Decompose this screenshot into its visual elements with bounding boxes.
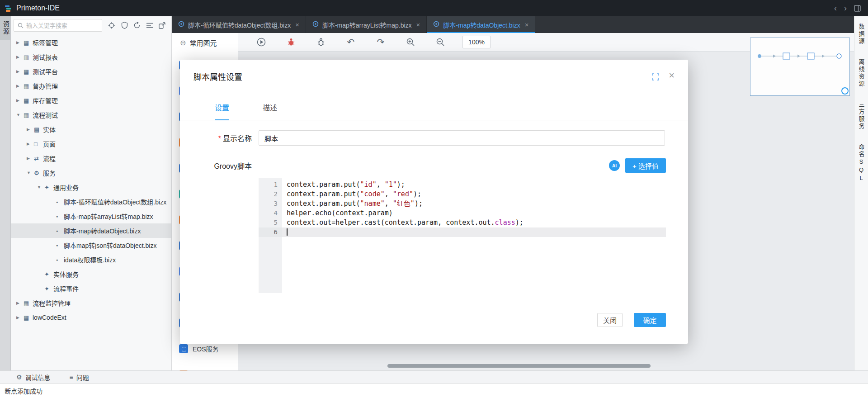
flow-icon: ⇄ <box>34 155 43 162</box>
tree-row[interactable]: ▶▦lowCodeExt <box>11 310 171 325</box>
caret-right-icon[interactable]: ▶ <box>27 156 34 161</box>
code-line[interactable]: context.param.put("name", "红色"); <box>282 199 666 208</box>
code-line[interactable]: context.out=helper.cast(context.param, c… <box>282 218 666 227</box>
forward-icon[interactable]: › <box>844 4 847 12</box>
tree-row[interactable]: ▼▦流程测试 <box>11 108 171 122</box>
undo-icon[interactable]: ↶ <box>346 37 356 47</box>
right-rail-tab[interactable]: 命名SQL <box>857 144 866 183</box>
code-line[interactable]: context.param.put("code", "red"); <box>282 190 666 199</box>
debug-breakpoint-icon[interactable] <box>286 37 296 47</box>
caret-right-icon[interactable]: ▶ <box>16 40 24 45</box>
caret-down-icon[interactable]: ▼ <box>16 113 24 117</box>
code-lines[interactable]: context.param.put("id", "1");context.par… <box>282 178 666 293</box>
tree-row[interactable]: ▶▦督办管理 <box>11 79 171 93</box>
module-icon: ▦ <box>24 83 33 90</box>
tree-row[interactable]: ▶▦标签管理 <box>11 35 171 50</box>
editor-tab[interactable]: 脚本-map转arrayList转map.bizx× <box>306 16 427 33</box>
minimap[interactable] <box>750 38 850 96</box>
caret-right-icon[interactable]: ▶ <box>27 127 34 132</box>
locate-icon[interactable] <box>107 21 116 30</box>
tree-row[interactable]: ▼✦通用业务 <box>11 180 171 194</box>
caret-right-icon[interactable]: ▶ <box>16 315 24 320</box>
bug-icon[interactable] <box>316 37 326 47</box>
back-icon[interactable]: ‹ <box>834 4 837 12</box>
display-name-label: *显示名称 <box>180 133 252 143</box>
tree-row[interactable]: ●脚本-map转dataObject.bizx <box>11 223 171 238</box>
app-logo-icon <box>5 4 13 12</box>
run-debug-icon[interactable] <box>256 37 266 47</box>
tree-row[interactable]: ●idata权限模板.bizx <box>11 252 171 267</box>
caret-right-icon[interactable]: ▶ <box>16 55 24 59</box>
right-rail-tab[interactable]: 离线资源 <box>857 59 866 88</box>
refresh-icon[interactable] <box>132 21 142 30</box>
close-button[interactable]: 关闭 <box>597 313 623 327</box>
ai-assist-icon[interactable]: AI <box>609 160 620 171</box>
right-rail-tab[interactable]: 三方服务 <box>857 101 866 130</box>
close-icon[interactable]: × <box>669 71 675 81</box>
list-settings-icon[interactable] <box>145 21 154 30</box>
tab-settings[interactable]: 设置 <box>215 103 229 120</box>
close-tab-icon[interactable]: × <box>295 21 299 28</box>
tree-row[interactable]: ▼⚙服务 <box>11 166 171 180</box>
export-icon[interactable] <box>158 21 167 30</box>
caret-right-icon[interactable]: ▶ <box>27 142 34 146</box>
tree-row[interactable]: ▶⇄流程 <box>11 151 171 166</box>
tree-item-label: 实体服务 <box>53 270 79 279</box>
caret-right-icon[interactable]: ▶ <box>16 98 24 103</box>
tree-row[interactable]: ●脚本map转json转dataObject.bizx <box>11 238 171 252</box>
confirm-button[interactable]: 确定 <box>634 313 666 327</box>
palette-item-icon <box>179 344 188 353</box>
search-input[interactable] <box>26 22 98 29</box>
tree-row[interactable]: ●脚本-循环赋值转dataObject数组.bizx <box>11 194 171 209</box>
search-box[interactable] <box>14 19 102 32</box>
tree-row[interactable]: ▶▦测试平台 <box>11 64 171 79</box>
zoom-level-select[interactable]: 100% <box>462 36 491 48</box>
caret-right-icon[interactable]: ▶ <box>16 69 24 74</box>
layout-toggle-icon[interactable] <box>854 5 861 12</box>
close-tab-icon[interactable]: × <box>525 21 529 28</box>
statusbar: 断点添加成功 <box>0 383 868 398</box>
problems-tab[interactable]: ≡ 问题 <box>70 373 89 382</box>
palette-item[interactable] <box>172 361 238 370</box>
horizontal-scrollbar[interactable] <box>387 364 651 368</box>
resources-rail-tab[interactable]: 资源 <box>0 16 10 40</box>
editor-tab[interactable]: 脚本-map转dataObject.bizx× <box>427 16 535 33</box>
display-name-input[interactable] <box>259 130 665 146</box>
groovy-row: Groovy脚本 AI + 选择值 <box>180 158 688 173</box>
right-rail-tab[interactable]: 数据源 <box>857 24 866 45</box>
tree-row[interactable]: ▶▥测试报表 <box>11 50 171 64</box>
groovy-code-editor[interactable]: 123456 context.param.put("id", "1");cont… <box>259 178 666 293</box>
tree-row[interactable]: ▶▤实体 <box>11 122 171 137</box>
palette-item-label: EOS服务 <box>193 344 219 353</box>
zoom-in-icon[interactable] <box>406 37 415 47</box>
tree-row[interactable]: ▶▦库存管理 <box>11 93 171 108</box>
code-line[interactable]: context.param.put("id", "1"); <box>282 180 666 190</box>
redo-icon[interactable]: ↷ <box>376 37 386 47</box>
tree-row[interactable]: ▶□页面 <box>11 137 171 151</box>
zoom-out-icon[interactable] <box>435 37 445 47</box>
tree-item-label: 通用业务 <box>53 183 79 192</box>
caret-down-icon[interactable]: ▼ <box>27 171 34 175</box>
dialog-tabs: 设置 描述 <box>180 103 688 120</box>
editor-tab-label: 脚本-map转arrayList转map.bizx <box>322 20 412 29</box>
right-rail: 数据源离线资源三方服务命名SQL <box>854 16 868 370</box>
tree-row[interactable]: ✦实体服务 <box>11 267 171 281</box>
editor-tab[interactable]: 脚本-循环赋值转dataObject数组.bizx× <box>172 16 306 33</box>
bizx-file-icon <box>178 21 184 28</box>
tree-row[interactable]: ▶▦流程监控管理 <box>11 296 171 310</box>
close-tab-icon[interactable]: × <box>416 21 420 28</box>
shield-icon[interactable] <box>120 21 129 30</box>
collapse-palette-icon[interactable]: ⊖ <box>180 38 186 47</box>
caret-right-icon[interactable]: ▶ <box>16 84 24 88</box>
tab-description[interactable]: 描述 <box>263 103 277 120</box>
code-line[interactable] <box>282 227 666 237</box>
select-value-button[interactable]: + 选择值 <box>625 158 666 173</box>
caret-down-icon[interactable]: ▼ <box>37 185 44 190</box>
tree-item-label: 测试报表 <box>33 52 58 62</box>
debug-info-tab[interactable]: ⚙ 调试信息 <box>16 373 51 382</box>
caret-right-icon[interactable]: ▶ <box>16 301 24 305</box>
tree-row[interactable]: ●脚本-map转arrayList转map.bizx <box>11 209 171 223</box>
code-line[interactable]: helper.echo(context.param) <box>282 208 666 218</box>
fullscreen-icon[interactable] <box>652 73 659 82</box>
tree-row[interactable]: ✦流程事件 <box>11 281 171 296</box>
